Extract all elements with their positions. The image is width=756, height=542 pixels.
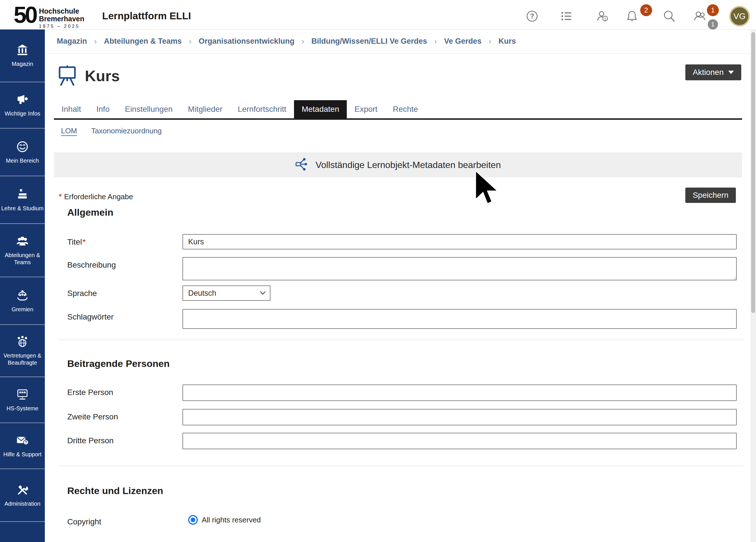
sidebar-item-gremien[interactable]: Gremien xyxy=(0,277,45,325)
logo-line1: Hochschule xyxy=(39,7,84,15)
bell-badge: 2 xyxy=(640,4,652,16)
titel-required-asterisk: * xyxy=(83,238,86,246)
section-title-rechte: Rechte und Lizenzen xyxy=(67,485,750,496)
zweite-person-input[interactable] xyxy=(182,409,737,425)
logo-50: 50 xyxy=(14,2,36,27)
speichern-button[interactable]: Speichern xyxy=(685,188,736,203)
breadcrumb-item-magazin[interactable]: Magazin xyxy=(57,37,87,46)
sidebar-item-hilfe-support[interactable]: ? Hilfe & Support xyxy=(0,423,45,469)
titel-input[interactable] xyxy=(182,234,737,249)
copyright-option-row: All rights reserved xyxy=(188,514,737,525)
section-title-allgemein: Allgemein xyxy=(67,207,750,218)
metadata-tree-icon xyxy=(295,157,309,173)
sprache-select[interactable]: Deutsch xyxy=(182,285,270,301)
app-window: 50 Hochschule Bremerhaven 1975 – 2025 Le… xyxy=(0,0,756,542)
schlagwoerter-input[interactable] xyxy=(182,309,737,329)
sprache-label: Sprache xyxy=(67,285,182,298)
aktionen-button[interactable]: Aktionen xyxy=(685,64,741,80)
tab-rechte[interactable]: Rechte xyxy=(385,100,426,118)
people-group-icon xyxy=(16,235,29,249)
tools-icon xyxy=(16,483,29,497)
scrollbar[interactable] xyxy=(750,29,756,542)
breadcrumb: Magazin › Abteilungen & Teams › Organisa… xyxy=(45,29,750,54)
svg-text:?: ? xyxy=(530,12,534,20)
sidebar-item-mein-bereich[interactable]: Mein Bereich xyxy=(0,129,45,176)
tab-export[interactable]: Export xyxy=(347,100,385,118)
breadcrumb-item-ve-gerdes[interactable]: Ve Gerdes xyxy=(444,37,482,46)
subtab-bar: LOM Taxonomiezuordnung xyxy=(61,127,750,135)
form-meta-row: *Erforderliche Angabe Speichern xyxy=(59,188,736,204)
avatar[interactable]: VG xyxy=(729,6,750,26)
edit-full-metadata-banner[interactable]: Vollständige Lernobjekt-Metadaten bearbe… xyxy=(54,152,742,177)
app-header: 50 Hochschule Bremerhaven 1975 – 2025 Le… xyxy=(0,0,756,29)
sidebar-item-lehre-studium[interactable]: Lehre & Studium xyxy=(0,176,45,224)
dritte-person-input[interactable] xyxy=(182,433,737,449)
sidebar-item-label: Mein Bereich xyxy=(6,157,39,164)
beschreibung-textarea[interactable] xyxy=(182,257,737,280)
sidebar-item-label: Hilfe & Support xyxy=(3,451,42,458)
breadcrumb-item-bildung[interactable]: Bildung/Wissen/ELLI Ve Gerdes xyxy=(311,37,427,46)
sidebar-item-label: Administration xyxy=(5,500,41,507)
page-title: Kurs xyxy=(85,67,120,85)
sidebar-item-administration[interactable]: Administration xyxy=(0,469,45,522)
contacts-badge-secondary: 1 xyxy=(708,19,718,30)
sidebar-item-label: Vertretungen & Beauftragte xyxy=(1,352,44,366)
required-hint: *Erforderliche Angabe xyxy=(59,188,736,201)
subtab-taxonomiezuordnung[interactable]: Taxonomiezuordnung xyxy=(91,127,162,135)
tab-inhalt[interactable]: Inhalt xyxy=(54,100,89,118)
list-icon[interactable] xyxy=(560,9,573,23)
sidebar-item-magazin[interactable]: Magazin xyxy=(0,29,45,82)
breadcrumb-item-organisationsentwicklung[interactable]: Organisationsentwicklung xyxy=(199,37,295,46)
erste-person-input[interactable] xyxy=(182,385,737,401)
course-board-icon xyxy=(58,64,76,87)
user-status-icon[interactable]: ! xyxy=(596,9,610,23)
tab-mitglieder[interactable]: Mitglieder xyxy=(180,100,230,118)
committee-icon xyxy=(16,289,29,303)
bell-icon[interactable] xyxy=(625,9,639,23)
sidebar-item-label: Abteilungen & Teams xyxy=(1,252,44,266)
megaphone-icon xyxy=(16,93,29,107)
form-row-beschreibung: Beschreibung xyxy=(67,257,737,281)
beschreibung-label: Beschreibung xyxy=(67,257,182,270)
section-title-beitragende: Beitragende Personen xyxy=(67,358,750,369)
tab-lernfortschritt[interactable]: Lernfortschritt xyxy=(230,100,294,118)
titel-label: Titel* xyxy=(67,234,182,247)
required-asterisk: * xyxy=(59,192,62,201)
sidebar-item-wichtige-infos[interactable]: Wichtige Infos xyxy=(0,82,45,129)
section-divider xyxy=(59,340,744,340)
logo-line2: Bremerhaven xyxy=(39,15,84,23)
sidebar-item-vertretungen-beauftragte[interactable]: Vertretungen & Beauftragte xyxy=(0,325,45,377)
globe-people-icon xyxy=(16,335,29,349)
mail-question-icon: ? xyxy=(16,434,29,448)
copyright-radio-selected[interactable] xyxy=(188,515,198,525)
breadcrumb-item-abteilungen[interactable]: Abteilungen & Teams xyxy=(104,37,182,46)
speichern-button-label: Speichern xyxy=(693,191,728,200)
dritte-person-label: Dritte Person xyxy=(67,433,182,445)
chevron-down-icon xyxy=(728,71,734,74)
sidebar-item-hs-systeme[interactable]: *** HS-Systeme xyxy=(0,377,45,423)
tab-metadaten[interactable]: Metadaten xyxy=(294,100,347,118)
subtab-lom[interactable]: LOM xyxy=(61,127,77,135)
books-icon xyxy=(16,188,29,202)
svg-text:!: ! xyxy=(604,17,606,21)
sidebar-item-label: HS-Systeme xyxy=(7,405,38,412)
copyright-option-label: All rights reserved xyxy=(202,516,261,524)
breadcrumb-separator: › xyxy=(189,37,192,46)
sidebar-item-abteilungen-teams[interactable]: Abteilungen & Teams xyxy=(0,224,45,277)
tab-bar: Inhalt Info Einstellungen Mitglieder Ler… xyxy=(54,100,742,120)
erste-person-label: Erste Person xyxy=(67,385,182,397)
breadcrumb-separator: › xyxy=(94,37,97,46)
aktionen-button-label: Aktionen xyxy=(693,68,724,77)
monitor-icon: *** xyxy=(16,388,29,402)
breadcrumb-item-kurs[interactable]: Kurs xyxy=(498,37,516,46)
radio-dot xyxy=(191,518,195,522)
tab-info[interactable]: Info xyxy=(89,100,117,118)
help-icon[interactable]: ? xyxy=(525,9,539,23)
page-title-row: Kurs Aktionen xyxy=(58,64,750,88)
tab-einstellungen[interactable]: Einstellungen xyxy=(117,100,180,118)
search-icon[interactable] xyxy=(662,9,676,23)
contacts-icon[interactable] xyxy=(693,9,707,23)
form-row-copyright: Copyright All rights reserved xyxy=(67,514,737,526)
scrollbar-thumb[interactable] xyxy=(751,32,755,313)
zweite-person-label: Zweite Person xyxy=(67,409,182,421)
